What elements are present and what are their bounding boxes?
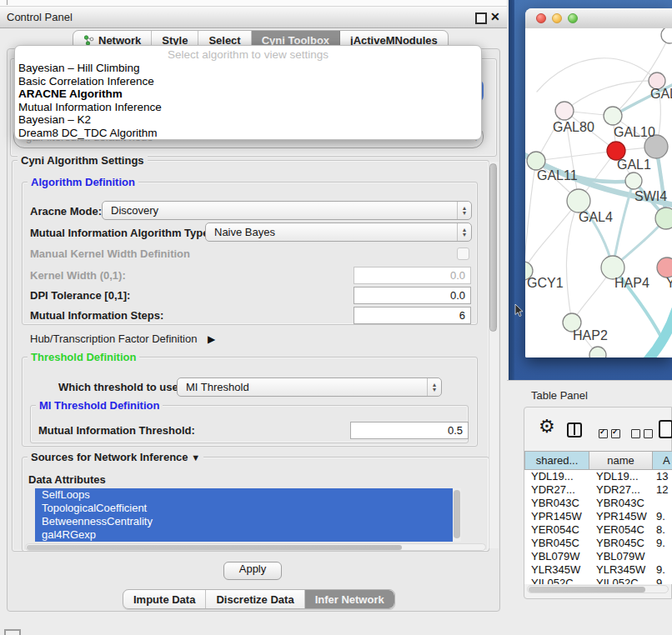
- table-row[interactable]: YLR345W YLR345W 9.: [524, 563, 672, 577]
- algorithm-option-bayesian-k2[interactable]: Bayesian – K2: [15, 113, 481, 127]
- network-edge[interactable]: [566, 201, 579, 322]
- table-row[interactable]: YBR043C YBR043C: [524, 497, 672, 510]
- attribute-item-selfloops[interactable]: SelfLoops: [35, 488, 459, 502]
- cell-shared-name: YLR345W: [531, 563, 589, 577]
- new-table-icon[interactable]: [659, 420, 672, 438]
- network-node[interactable]: [625, 172, 642, 189]
- expand-right-icon[interactable]: ▶: [208, 333, 215, 345]
- network-node[interactable]: [604, 107, 622, 125]
- network-canvas[interactable]: GALGAL80GAL10GAL1GAL11SWI4GAL4GCY1HAP4YH…: [525, 28, 672, 358]
- column-header-partial[interactable]: A: [653, 451, 672, 470]
- table-row[interactable]: YBL079W YBL079W: [524, 550, 672, 563]
- attribute-item-topologicalcoefficient[interactable]: TopologicalCoefficient: [35, 502, 459, 515]
- which-threshold-combo[interactable]: MI Threshold: [177, 378, 442, 397]
- algorithm-option-bayesian-hill-climbing[interactable]: Bayesian – Hill Climbing: [15, 62, 481, 75]
- attribute-item-gal4rgexp[interactable]: gal4RGexp: [35, 528, 459, 542]
- table-row[interactable]: YIL052C YIL052C 9: [524, 577, 672, 584]
- mi-steps-field[interactable]: 6: [354, 307, 471, 324]
- close-icon[interactable]: ✕: [490, 10, 500, 23]
- cell-name: YBR045C: [596, 537, 653, 550]
- algorithm-option-basic-correlation[interactable]: Basic Correlation Inference: [15, 75, 481, 88]
- network-edge[interactable]: [564, 81, 657, 111]
- column-header-shared-name[interactable]: shared...: [524, 451, 589, 470]
- network-node[interactable]: [527, 152, 545, 170]
- list-horizontal-scrollbar-thumb[interactable]: [27, 545, 402, 550]
- cell-shared-name: YPR145W: [531, 510, 589, 523]
- network-node-label: HAP2: [573, 328, 608, 342]
- cyni-algorithm-settings-legend: Cyni Algorithm Settings: [18, 154, 148, 167]
- algorithm-option-mutual-information[interactable]: Mutual Information Inference: [15, 101, 481, 114]
- cell-name: YBL079W: [596, 550, 653, 563]
- cell-name: YER054C: [596, 523, 653, 537]
- tab-infer-network[interactable]: Infer Network: [305, 590, 394, 608]
- network-window-titlebar[interactable]: [525, 8, 672, 29]
- network-node-label: GAL80: [553, 120, 594, 134]
- splitter-tick[interactable]: [7, 0, 8, 5]
- network-node-label: GAL1: [617, 158, 651, 172]
- attribute-item-betweennesscentrality[interactable]: BetweennessCentrality: [35, 515, 459, 528]
- table-row[interactable]: YBR045C YBR045C 9.: [524, 537, 672, 550]
- minimize-traffic-light[interactable]: [552, 13, 562, 23]
- table-row[interactable]: YDL19... YDL19... 13: [524, 470, 672, 483]
- top-strip: [0, 0, 507, 7]
- cell-name: YDL19...: [596, 470, 653, 483]
- network-edge[interactable]: [640, 310, 672, 358]
- threshold-definition-legend: Threshold Definition: [28, 351, 139, 363]
- float-window-icon[interactable]: [475, 12, 487, 24]
- table-settings-gear-icon[interactable]: ⚙: [539, 418, 555, 436]
- network-edge[interactable]: [536, 151, 616, 161]
- network-node-label: GAL4: [579, 210, 613, 224]
- show-selected-columns-icon[interactable]: [599, 427, 624, 442]
- cell-name: YLR345W: [596, 563, 653, 577]
- settings-scrollbar-thumb[interactable]: [489, 163, 497, 332]
- columns-icon[interactable]: [567, 422, 582, 438]
- algorithm-option-aracne[interactable]: ARACNE Algorithm: [15, 88, 481, 101]
- kernel-width-label: Kernel Width (0,1):: [30, 269, 126, 282]
- network-node[interactable]: [555, 102, 574, 120]
- cell-value: 12: [656, 483, 672, 497]
- hide-columns-icon[interactable]: [631, 427, 656, 442]
- tab-impute-data[interactable]: Impute Data: [123, 590, 206, 608]
- table-row[interactable]: YPR145W YPR145W 9.: [524, 510, 672, 523]
- table-horizontal-scrollbar-thumb[interactable]: [529, 587, 645, 592]
- column-header-partial-label: A: [663, 454, 670, 467]
- zoom-traffic-light[interactable]: [568, 13, 578, 23]
- hub-transcription-section[interactable]: Hub/Transcription Factor Definition ▶: [30, 332, 215, 345]
- mi-algorithm-type-combo[interactable]: Naive Bayes: [205, 222, 472, 242]
- algorithm-dropdown-prompt: Select algorithm to view settings: [15, 46, 481, 62]
- table-row[interactable]: YDR27... YDR27... 12: [524, 483, 672, 497]
- kernel-width-field[interactable]: 0.0: [354, 267, 471, 284]
- network-node[interactable]: [657, 258, 672, 278]
- column-header-shared-name-label: shared...: [536, 454, 579, 467]
- table-rows[interactable]: YDL19... YDL19... 13 YDR27... YDR27... 1…: [524, 470, 672, 584]
- dpi-tolerance-field[interactable]: 0.0: [354, 287, 471, 304]
- aracne-mode-combo[interactable]: Discovery: [102, 201, 472, 220]
- network-node[interactable]: [661, 28, 672, 43]
- combo-stepper-icon: [457, 223, 471, 241]
- table-row[interactable]: YER054C YER054C 8.: [524, 523, 672, 537]
- which-threshold-value: MI Threshold: [178, 381, 427, 393]
- algorithm-dropdown-popup: Select algorithm to view settings Bayesi…: [14, 45, 482, 140]
- mouse-cursor: [514, 304, 524, 318]
- column-header-name[interactable]: name: [589, 451, 653, 470]
- network-node[interactable]: [567, 189, 590, 212]
- cell-value: 9.: [656, 537, 672, 550]
- collapse-down-icon[interactable]: ▼: [191, 452, 200, 462]
- cell-value: 13: [656, 470, 672, 483]
- network-node[interactable]: [655, 208, 672, 229]
- column-header-name-label: name: [607, 454, 634, 467]
- minimized-panel-icon[interactable]: [4, 629, 21, 635]
- mi-threshold-field[interactable]: 0.5: [350, 422, 469, 439]
- close-traffic-light[interactable]: [536, 13, 546, 23]
- cell-shared-name: YDR27...: [531, 483, 589, 497]
- tab-discretize-data[interactable]: Discretize Data: [206, 590, 304, 608]
- algorithm-option-dream8[interactable]: Dream8 DC_TDC Algorithm: [15, 127, 481, 140]
- algorithm-definition-legend: Algorithm Definition: [28, 176, 138, 188]
- network-node-label: HAP4: [614, 276, 649, 290]
- combo-stepper-icon: [427, 378, 441, 396]
- list-scrollbar-thumb[interactable]: [454, 490, 460, 538]
- data-attributes-list[interactable]: SelfLoops TopologicalCoefficient Between…: [35, 488, 461, 542]
- network-edge[interactable]: [525, 201, 579, 271]
- apply-button[interactable]: Apply: [223, 562, 282, 580]
- manual-kernel-width-checkbox[interactable]: [457, 248, 469, 260]
